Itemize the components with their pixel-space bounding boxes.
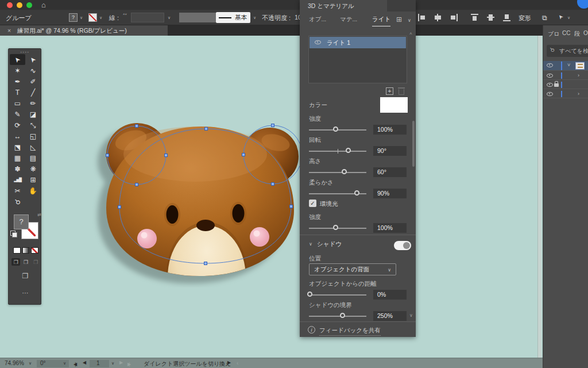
edit-toolbar-ellipsis[interactable]: ⋯ bbox=[9, 289, 42, 297]
shadow-toggle[interactable] bbox=[394, 241, 411, 250]
add-light-button[interactable]: + bbox=[386, 87, 393, 95]
previous-artboard-icon[interactable]: ◀ bbox=[83, 360, 86, 365]
slider-knob[interactable] bbox=[340, 313, 345, 318]
slider-track[interactable] bbox=[309, 316, 366, 317]
status-play-icon[interactable]: ▶ bbox=[227, 360, 231, 365]
tab-open[interactable]: Op bbox=[583, 30, 588, 36]
more-options-chevron-icon[interactable]: ∨ bbox=[567, 16, 570, 20]
zoom-level-value[interactable]: 74.96% bbox=[5, 360, 24, 366]
gradient-tool[interactable]: ▤ bbox=[25, 152, 41, 163]
panel-scroll-down-icon[interactable]: ∨ bbox=[409, 313, 413, 318]
brush-chevron-icon[interactable]: ∨ bbox=[253, 16, 256, 20]
canvas-vertical-scrollbar[interactable] bbox=[537, 36, 541, 358]
delete-light-icon[interactable] bbox=[399, 89, 404, 95]
height-value[interactable]: 60° bbox=[373, 167, 407, 177]
ambient-light-checkbox[interactable]: ✓ bbox=[309, 200, 316, 207]
align-middle-button[interactable] bbox=[487, 14, 494, 21]
slider-track[interactable] bbox=[309, 193, 366, 194]
slider-track[interactable] bbox=[309, 228, 366, 229]
draw-normal-mode[interactable]: ❐ bbox=[11, 258, 20, 266]
align-left-button[interactable] bbox=[418, 14, 425, 21]
selection-tool[interactable]: ➤ bbox=[10, 54, 25, 65]
shape-builder-tool[interactable]: ⬔ bbox=[10, 141, 25, 152]
toolbar-grip[interactable]: ●●●● bbox=[9, 50, 41, 53]
layer-visibility-eye-icon[interactable] bbox=[547, 62, 553, 68]
align-bottom-button[interactable] bbox=[503, 14, 510, 21]
intensity-slider[interactable]: 100% bbox=[300, 124, 416, 136]
layer-visibility-eye-icon[interactable] bbox=[547, 72, 553, 79]
arrange-icon[interactable]: ⧉ bbox=[542, 14, 547, 22]
stroke-weight-stepper[interactable]: ˄˅ bbox=[123, 13, 127, 17]
layer-visibility-eye-icon[interactable] bbox=[547, 82, 553, 88]
panel-scroll-up-icon[interactable]: ˄ bbox=[409, 31, 412, 36]
transform-button[interactable]: 変形 bbox=[519, 14, 531, 22]
close-window-button[interactable] bbox=[7, 2, 13, 8]
stroke-color-swatch[interactable] bbox=[88, 13, 97, 22]
curvature-tool[interactable]: ✐ bbox=[25, 76, 41, 87]
layer-visibility-eye-icon[interactable] bbox=[547, 91, 553, 97]
mesh-tool[interactable]: ▦ bbox=[10, 152, 25, 163]
stroke-weight-chevron-icon[interactable]: ∨ bbox=[168, 16, 171, 20]
slider-track[interactable] bbox=[309, 151, 366, 152]
shadow-position-dropdown[interactable]: オブジェクトの背面 ∨ bbox=[309, 263, 396, 275]
slider-track[interactable] bbox=[309, 172, 366, 173]
slider-track[interactable] bbox=[309, 294, 366, 296]
change-screen-mode-icon[interactable]: ❐ bbox=[9, 272, 42, 280]
shadow-bounds-slider[interactable]: 250% bbox=[300, 310, 416, 322]
symbol-sprayer-tool[interactable]: ❋ bbox=[25, 163, 41, 174]
softness-slider[interactable]: 90% bbox=[300, 188, 416, 200]
home-icon[interactable]: ⌂ bbox=[41, 1, 46, 10]
column-graph-tool[interactable]: ▂▅█ bbox=[10, 174, 25, 185]
shadow-distance-slider[interactable]: 0% bbox=[300, 289, 416, 301]
type-tool[interactable]: T bbox=[10, 87, 25, 98]
light-row[interactable]: ライト 1 bbox=[310, 37, 406, 48]
perspective-grid-tool[interactable]: ◺ bbox=[25, 141, 41, 152]
direct-selection-tool[interactable]: ➤ bbox=[25, 54, 41, 65]
close-document-icon[interactable]: × bbox=[7, 25, 11, 36]
paintbrush-tool[interactable]: ✏ bbox=[25, 98, 41, 109]
slider-knob[interactable] bbox=[342, 169, 347, 174]
light-visibility-eye-icon[interactable] bbox=[315, 39, 321, 45]
default-fill-stroke-icon[interactable] bbox=[10, 231, 16, 236]
lock-icon[interactable] bbox=[554, 83, 559, 87]
layer-expand-chevron-icon[interactable]: ˅ bbox=[567, 62, 570, 68]
none-button[interactable] bbox=[31, 247, 38, 254]
layer-expand-chevron-icon[interactable]: › bbox=[578, 72, 579, 78]
slider-knob[interactable] bbox=[346, 148, 351, 153]
tab-object[interactable]: オブ... bbox=[309, 16, 326, 24]
line-segment-tool[interactable]: ╱ bbox=[25, 87, 41, 98]
brush-definition-button[interactable]: 基本 bbox=[216, 12, 250, 23]
slider-knob[interactable] bbox=[333, 225, 338, 230]
layer-row[interactable]: › bbox=[543, 71, 588, 80]
pen-tool[interactable]: ✒ bbox=[10, 76, 25, 87]
stroke-chevron-icon[interactable]: ∨ bbox=[99, 16, 102, 20]
document-tab[interactable]: × 練習用.ai* @ 74.96 % (RGB/プレビュー) bbox=[0, 25, 168, 36]
rotation-value[interactable]: 0° bbox=[40, 360, 46, 366]
fill-proxy[interactable]: ? bbox=[14, 214, 29, 229]
artboard-tool[interactable]: ⊞ bbox=[25, 174, 41, 185]
shadow-bounds-value[interactable]: 250% bbox=[373, 311, 407, 321]
layer-expand-chevron-icon[interactable]: › bbox=[578, 91, 579, 97]
render-chevron-icon[interactable]: ∨ bbox=[408, 18, 411, 23]
shadow-collapse-chevron-icon[interactable]: ∨ bbox=[309, 241, 312, 247]
slider-knob[interactable] bbox=[354, 190, 359, 195]
layer-thumbnail[interactable] bbox=[575, 62, 585, 70]
next-artboard-icon[interactable]: ▶ bbox=[119, 360, 123, 365]
intensity-value[interactable]: 100% bbox=[373, 125, 407, 135]
rectangle-tool[interactable]: ▭ bbox=[10, 98, 25, 109]
slider-knob[interactable] bbox=[333, 126, 338, 132]
ambient-intensity-slider[interactable]: 100% bbox=[300, 223, 416, 234]
width-tool[interactable]: ↔ bbox=[10, 131, 25, 141]
layer-row-selected[interactable]: ˅ bbox=[543, 61, 588, 71]
slider-knob[interactable] bbox=[307, 292, 312, 297]
panel-title[interactable]: 3D とマテリアル bbox=[300, 0, 387, 12]
rotate-tool[interactable]: ⟳ bbox=[10, 120, 25, 131]
pencil-tool[interactable]: ✎ bbox=[10, 109, 25, 120]
draw-behind-mode[interactable]: ❐ bbox=[21, 258, 30, 266]
softness-value[interactable]: 90% bbox=[373, 189, 407, 198]
height-slider[interactable]: 60° bbox=[300, 167, 416, 178]
fill-chevron-icon[interactable]: ∨ bbox=[80, 16, 83, 20]
rotation-slider[interactable]: 90° bbox=[300, 145, 416, 157]
hand-tool[interactable]: ✋ bbox=[25, 185, 41, 196]
status-back-chevron-icon[interactable]: ‹ bbox=[237, 360, 238, 366]
